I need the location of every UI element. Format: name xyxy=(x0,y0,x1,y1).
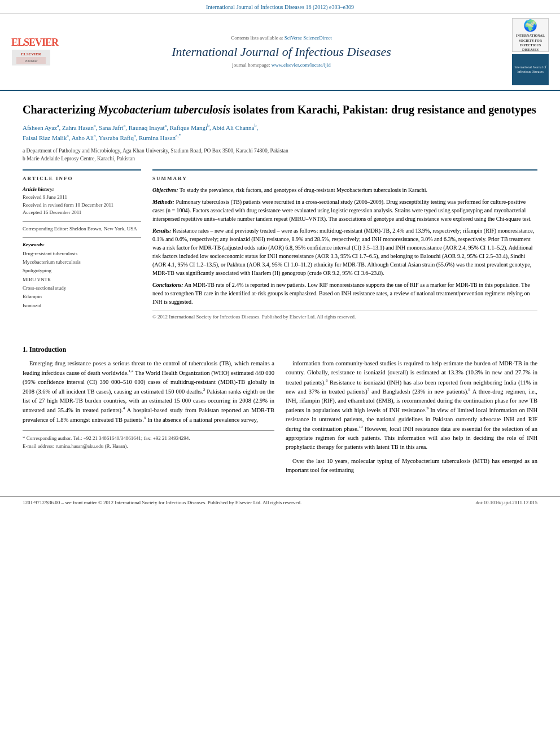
doi-text: doi:10.1016/j.ijid.2011.12.015 xyxy=(476,499,537,506)
journal-citation: International Journal of Infectious Dise… xyxy=(0,0,560,14)
journal-title-area: Contents lists available at SciVerse Sci… xyxy=(56,34,506,69)
accepted: Accepted 16 December 2011 xyxy=(23,209,141,217)
methods-label: Methods: xyxy=(152,199,174,205)
svg-text:Publisher: Publisher xyxy=(25,59,38,63)
main-body: 1. Introduction Emerging drug resistance… xyxy=(0,331,560,491)
intro-para-1: Emerging drug resistance poses a serious… xyxy=(23,359,274,425)
history-label: Article history: xyxy=(23,186,141,193)
body-col-right: information from community-based studies… xyxy=(286,359,537,479)
intro-columns: Emerging drug resistance poses a serious… xyxy=(23,359,537,479)
conclusions-label: Conclusions: xyxy=(152,282,183,288)
col2-p2: Over the last 10 years, molecular typing… xyxy=(286,458,537,473)
contents-text: Contents lists available at xyxy=(231,35,283,41)
title-italic: Mycobacterium tuberculosis xyxy=(98,103,230,116)
contents-line: Contents lists available at SciVerse Sci… xyxy=(56,34,506,42)
methods-section: Methods: Pulmonary tuberculosis (TB) pat… xyxy=(152,198,537,223)
objectives-text: To study the prevalence, risk factors, a… xyxy=(180,187,427,193)
keyword-item: Cross-sectional study xyxy=(23,284,141,292)
keywords-list: Drug-resistant tuberculosisMycobacterium… xyxy=(23,250,141,310)
bottom-bar: 1201-9712/$36.00 – see front matter © 20… xyxy=(0,496,560,509)
citation-text: International Journal of Infectious Dise… xyxy=(206,4,354,10)
keywords-label: Keywords: xyxy=(23,241,141,248)
body-col-left: Emerging drug resistance poses a serious… xyxy=(23,359,274,479)
introduction-heading: 1. Introduction xyxy=(23,345,537,355)
title-rest: isolates from Karachi, Pakistan: drug re… xyxy=(230,103,536,116)
footnote-star: * Corresponding author. Tel.: +92 21 348… xyxy=(23,434,274,442)
elsevier-logo: ELSEVIER ELSEVIER Publisher xyxy=(11,36,51,68)
affiliations: a Department of Pathology and Microbiolo… xyxy=(23,147,537,163)
summary-label-heading: SUMMARY xyxy=(152,175,537,182)
sup-1: 1,2 xyxy=(129,369,134,373)
received1: Received 9 June 2011 xyxy=(23,194,141,202)
affiliation-a: a Department of Pathology and Microbiolo… xyxy=(23,147,537,155)
copyright-line: © 2012 International Society for Infecti… xyxy=(152,311,537,321)
keyword-item: Spoligotyping xyxy=(23,267,141,275)
keyword-item: Rifampin xyxy=(23,292,141,301)
sciverse-link[interactable]: SciVerse ScienceDirect xyxy=(285,35,332,41)
authors: Afsheen Ayaza, Zahra Hasana, Sana Jafria… xyxy=(23,123,537,143)
objectives-section: Objectives: To study the prevalence, ris… xyxy=(152,186,537,194)
globe-icon: 🌍 xyxy=(514,18,547,33)
svg-text:ELSEVIER: ELSEVIER xyxy=(21,52,41,56)
society-logos: 🌍 INTERNATIONAL SOCIETY FOR INFECTIOUS D… xyxy=(512,18,549,85)
editor-label: Corresponding Editor: xyxy=(23,226,68,231)
keyword-item: Mycobacterium tuberculosis xyxy=(23,258,141,267)
journal-homepage: journal homepage: www.elsevier.com/locat… xyxy=(56,62,506,69)
elsevier-name: ELSEVIER xyxy=(11,36,51,50)
homepage-label: journal homepage: xyxy=(232,62,270,68)
results-text: Resistance rates – new and previously tr… xyxy=(152,228,534,276)
society1-text: INTERNATIONAL SOCIETY FOR INFECTIOUS DIS… xyxy=(514,33,547,53)
issn-text: 1201-9712/$36.00 – see front matter © 20… xyxy=(23,499,301,506)
keyword-item: Isoniazid xyxy=(23,302,141,310)
title-plain: Characterizing xyxy=(23,103,98,116)
journal-header: ELSEVIER ELSEVIER Publisher Contents lis… xyxy=(0,14,560,91)
conclusions-section: Conclusions: An MDR-TB rate of 2.4% is r… xyxy=(152,281,537,306)
article-info-summary: ARTICLE INFO Article history: Received 9… xyxy=(23,169,537,320)
paper-content: Characterizing Mycobacterium tuberculosi… xyxy=(0,91,560,331)
homepage-url[interactable]: www.elsevier.com/locate/ijid xyxy=(272,62,331,68)
paper-title: Characterizing Mycobacterium tuberculosi… xyxy=(23,102,537,117)
results-section: Results: Resistance rates – new and prev… xyxy=(152,226,537,277)
intro-para-right-1: information from community-based studies… xyxy=(286,359,537,452)
journal-name: International Journal of Infectious Dise… xyxy=(56,43,506,61)
footnote-area: * Corresponding author. Tel.: +92 21 348… xyxy=(23,430,274,451)
col2-p1c: and Bangladesh (23% in new patients). xyxy=(369,388,468,395)
editor-name: Sheldon Brown, New York, USA xyxy=(69,226,137,231)
received2: Received in revised form 10 December 201… xyxy=(23,202,141,209)
objectives-label: Objectives: xyxy=(152,187,178,193)
footnote-email: E-mail address: rumina.hasan@aku.edu (R.… xyxy=(23,442,274,450)
society-badge-1: 🌍 INTERNATIONAL SOCIETY FOR INFECTIOUS D… xyxy=(512,18,549,52)
conclusions-text: An MDR-TB rate of 2.4% is reported in ne… xyxy=(152,282,530,305)
keyword-item: MIRU VNTR xyxy=(23,276,141,284)
article-info-col: ARTICLE INFO Article history: Received 9… xyxy=(23,169,141,320)
article-history: Article history: Received 9 June 2011 Re… xyxy=(23,186,141,217)
summary-col: SUMMARY Objectives: To study the prevale… xyxy=(152,169,537,320)
corresponding-editor: Corresponding Editor: Sheldon Brown, New… xyxy=(23,225,141,233)
article-info-label: ARTICLE INFO xyxy=(23,175,141,182)
results-label: Results: xyxy=(152,228,171,234)
elsevier-sub: ELSEVIER Publisher xyxy=(11,50,51,68)
intro-para-right-2: Over the last 10 years, molecular typing… xyxy=(286,457,537,475)
divider1 xyxy=(23,221,141,222)
society2-text: International Journal of Infectious Dise… xyxy=(514,65,547,75)
methods-text: Pulmonary tuberculosis (TB) patients wer… xyxy=(152,199,532,222)
keyword-item: Drug-resistant tuberculosis xyxy=(23,250,141,258)
affiliation-b: b Marie Adelaide Leprosy Centre, Karachi… xyxy=(23,155,537,163)
intro-p1e: In the absence of a national prevalence … xyxy=(146,417,258,423)
divider2 xyxy=(23,237,141,238)
keywords-block: Keywords: Drug-resistant tuberculosisMyc… xyxy=(23,241,141,310)
society-badge-2: International Journal of Infectious Dise… xyxy=(512,54,549,85)
